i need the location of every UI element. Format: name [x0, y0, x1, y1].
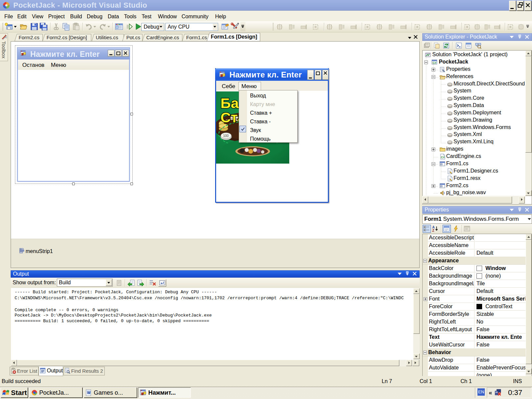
- svg-text:C#: C#: [433, 61, 437, 65]
- svg-text:W: W: [87, 391, 91, 395]
- svg-text:100: 100: [223, 134, 229, 138]
- svg-text:Z: Z: [432, 229, 434, 232]
- svg-text:C#: C#: [441, 156, 445, 159]
